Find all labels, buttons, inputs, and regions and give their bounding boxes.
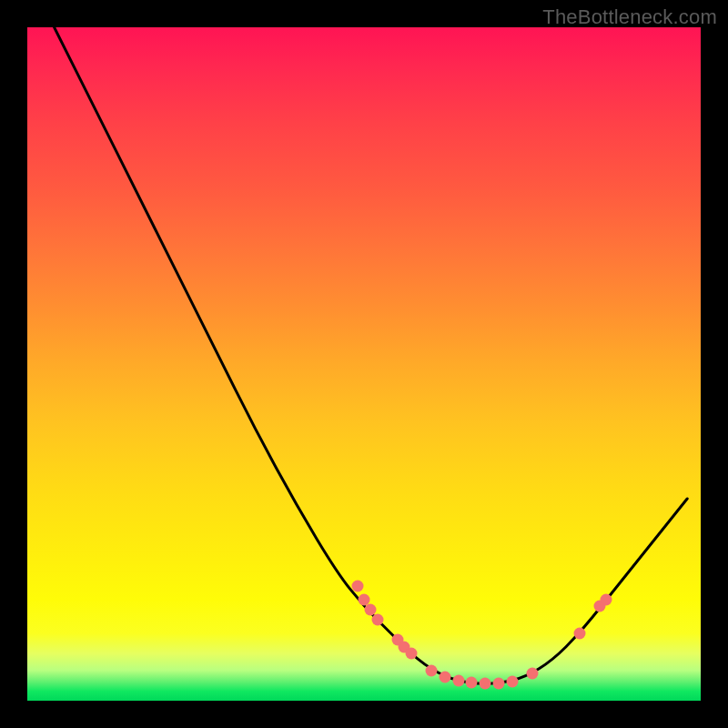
- data-marker: [426, 664, 438, 676]
- data-marker: [601, 594, 612, 606]
- watermark-text: TheBottleneck.com: [542, 5, 717, 29]
- chart-frame: TheBottleneck.com: [0, 0, 728, 728]
- data-marker: [480, 677, 491, 689]
- plot-area: [27, 27, 701, 701]
- data-marker: [405, 648, 417, 660]
- data-marker: [506, 675, 518, 687]
- data-marker: [439, 672, 450, 683]
- data-marker: [371, 614, 383, 626]
- data-marker: [351, 581, 363, 592]
- data-marker: [527, 668, 539, 680]
- data-marker: [466, 677, 478, 689]
- data-marker: [452, 674, 464, 686]
- data-marker: [493, 677, 505, 689]
- data-marker: [573, 628, 585, 640]
